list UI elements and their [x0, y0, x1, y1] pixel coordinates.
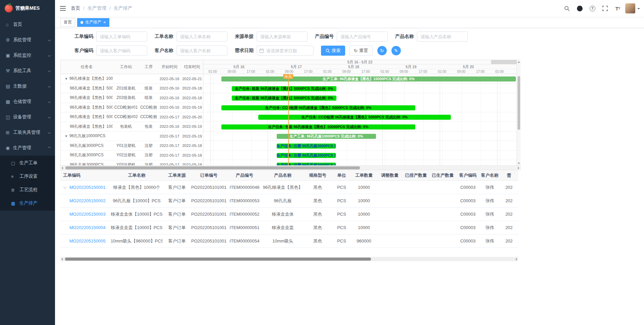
table-row[interactable]: MO202205150004移液盒盒盖【10000】PCS客户订单PO20220…	[60, 221, 518, 234]
gantt-task-row[interactable]: 96孔孔板3000PCSY02注塑机注塑2022-05-172022-05-18	[61, 151, 203, 160]
table-row[interactable]: MO202205150003移液盒盒体【10000】PCS客户订单PO20220…	[60, 208, 518, 221]
expand-chevron-icon[interactable]	[63, 185, 67, 188]
table-horizontal-scrollbar[interactable]	[60, 257, 518, 261]
close-icon[interactable]: ×	[103, 20, 106, 24]
search-icon[interactable]	[561, 3, 572, 14]
table-column-header[interactable]: 客户编码	[456, 172, 480, 178]
table-column-header[interactable]: 工单数量	[351, 172, 377, 178]
github-icon[interactable]	[574, 3, 585, 14]
table-column-header[interactable]: 订单编号	[191, 172, 226, 178]
scroll-down-arrow-icon[interactable]	[518, 163, 520, 164]
scroll-right-arrow-icon[interactable]	[516, 258, 517, 261]
customer-code-input[interactable]	[96, 46, 147, 56]
search-button[interactable]: 搜索	[321, 46, 345, 56]
table-column-header[interactable]: 工单名称	[111, 172, 163, 178]
table-row[interactable]: MO20220515000296孔孔板【10000】PCS客户订单PO20220…	[60, 194, 518, 208]
scroll-left-arrow-icon[interactable]	[62, 167, 63, 169]
sidebar-item-master-data[interactable]: ▤主数据	[0, 78, 55, 94]
breadcrumb-home[interactable]: 首页	[71, 5, 80, 11]
sidebar-item-production-management[interactable]: ◉生产管理	[0, 140, 55, 156]
table-cell: PCS	[332, 212, 351, 217]
avatar[interactable]	[625, 3, 635, 13]
table-column-header[interactable]: 调整数量	[377, 172, 402, 178]
demand-date-input[interactable]	[257, 46, 314, 56]
gantt-task-bar[interactable]: 生产任务: 组装 96孔移液盒【黑色】5000PCS 完成比例: 0%	[232, 86, 336, 91]
sidebar-item-system-management[interactable]: ⚙系统管理	[0, 32, 55, 48]
table-column-header[interactable]: 单位	[332, 172, 351, 178]
gantt-horizontal-scrollbar[interactable]	[61, 165, 520, 170]
sidebar-item-production-workorder[interactable]: ▢生产工单	[0, 156, 55, 170]
product-code-input[interactable]	[337, 32, 388, 42]
sidebar-item-home[interactable]: ⌂首页	[0, 17, 55, 32]
scrollbar-thumb[interactable]	[518, 76, 520, 130]
sidebar-item-system-monitor[interactable]: ▣系统监控	[0, 48, 55, 63]
gantt-task-row[interactable]: 96孔孔板3000PCSY03注塑机注塑2022-05-172022-05-18	[61, 160, 203, 166]
sidebar-item-production-scheduling[interactable]: ▦生产排产	[0, 197, 55, 210]
gantt-task-row[interactable]: ▼96孔孔板10000PCS2022-05-172022-05-19	[61, 131, 203, 141]
table-column-header[interactable]: 已生产数量	[429, 172, 456, 178]
workorder-link[interactable]: MO202205150002	[69, 198, 106, 203]
gantt-vertical-scrollbar[interactable]	[517, 60, 521, 165]
hamburger-icon[interactable]	[55, 6, 71, 11]
gantt-task-bar[interactable]: 生产任务: 注塑 96孔孔板3000PCS 完成比例: 0%	[277, 144, 336, 149]
scroll-left-arrow-icon[interactable]	[61, 258, 63, 261]
caret-down-icon[interactable]	[637, 8, 640, 11]
gantt-task-bar[interactable]: 生产任务: 包装 96孔移液盒【黑色】10000PCS 完成比例: 0%	[221, 124, 415, 129]
table-column-header[interactable]: 客户名称	[480, 172, 500, 178]
table-column-header[interactable]: 需	[500, 172, 518, 178]
gantt-task-bar[interactable]: 生产任务: 注塑 96孔孔板3000PCS 完成比例: 0%	[277, 153, 336, 158]
table-row[interactable]: MO20220515000510mm吸头【960000】PCS客户订单PO202…	[60, 234, 518, 248]
tab-home[interactable]: 首页	[60, 18, 75, 27]
sidebar-item-process-settings[interactable]: ≡工序设置	[0, 170, 55, 183]
gantt-task-bar[interactable]: 生产任务: 注塑 96孔孔板3000PCS 完成比例: 0%	[277, 163, 336, 166]
collapse-triangle-icon[interactable]: ▼	[65, 134, 68, 138]
table-column-header[interactable]: 产品名称	[263, 172, 303, 178]
gantt-task-bar[interactable]: 生产任务: CCD检测 96孔移液盒【黑色】5000PCS 完成比例: 0%	[258, 115, 451, 120]
gantt-task-row[interactable]: 96孔孔板3000PCSY01注塑机注塑2022-05-172022-05-18	[61, 141, 203, 151]
workorder-code-input[interactable]	[96, 32, 147, 42]
fullscreen-icon[interactable]	[600, 3, 610, 14]
table-column-header[interactable]: 工单编码	[60, 172, 111, 178]
gantt-task-row[interactable]: 96孔移液盒【黑色】5000PCSCCD检测#01CCD检测2022-05-16…	[61, 103, 203, 113]
table-row[interactable]: MO202205150001移液盒【黑色】10000个客户订单PO2022051…	[60, 181, 518, 194]
gantt-task-row[interactable]: 96孔移液盒【黑色】5000PCSCCD检测#02CCD检测2022-05-17…	[61, 112, 203, 122]
gantt-workorder-bar[interactable]: 生产工单: 96孔孔板10000PCS 完成比例: 0%	[277, 134, 376, 139]
table-column-header[interactable]: 产品编号	[226, 172, 263, 178]
workorder-link[interactable]: MO202205150005	[69, 238, 106, 243]
sidebar-item-system-tools[interactable]: ⚒系统工具	[0, 63, 55, 78]
font-size-icon[interactable]: TT	[612, 3, 623, 14]
sidebar-item-process-flow[interactable]: ≣工艺流程	[0, 183, 55, 197]
scroll-right-arrow-icon[interactable]	[518, 167, 519, 169]
product-name-input[interactable]	[417, 32, 468, 42]
scroll-up-arrow-icon[interactable]	[518, 61, 520, 63]
table-column-header[interactable]: 规格型号	[303, 172, 332, 178]
gantt-task-bar[interactable]: 生产任务: 组装 96孔移液盒【黑色】5000PCS 完成比例: 0%	[232, 96, 336, 101]
filter-demand-date: 需求日期	[235, 46, 314, 56]
workorder-link[interactable]: MO202205150004	[69, 225, 106, 230]
collapse-triangle-icon[interactable]: ▼	[65, 77, 68, 80]
scrollbar-thumb[interactable]	[65, 166, 360, 169]
reset-button[interactable]: ↻ 重置	[349, 46, 373, 56]
table-column-header[interactable]: 工单来源	[163, 172, 191, 178]
scrollbar-thumb[interactable]	[65, 258, 371, 261]
gantt-task-row[interactable]: ▼96孔移液盒【黑色】10000PCS2022-05-162022-05-21	[61, 74, 203, 84]
source-doc-input[interactable]	[257, 32, 308, 42]
gantt-workorder-bar[interactable]: 生产工单: 96孔移液盒【黑色】10000PCS 完成比例: 0%	[221, 76, 516, 82]
gantt-task-bar[interactable]: 生产任务: CCD检测 96孔移液盒【黑色】5000PCS 完成比例: 0%	[221, 105, 415, 110]
sidebar-item-fixture-management[interactable]: ⊞工装夹具管理	[0, 125, 55, 140]
breadcrumb-production-management[interactable]: 生产管理	[88, 5, 106, 11]
workorder-link[interactable]: MO202205150003	[69, 212, 106, 217]
refresh-round-button[interactable]: ↻	[377, 46, 387, 55]
sidebar-item-equipment-management[interactable]: ◫设备管理	[0, 109, 55, 125]
edit-round-button[interactable]: ✎	[391, 46, 401, 55]
gantt-task-row[interactable]: 96孔移液盒【黑色】5000PCSZ01组装机组装2022-05-162022-…	[61, 84, 203, 94]
help-icon[interactable]: ?	[587, 3, 598, 14]
workorder-link[interactable]: MO202205150001	[69, 185, 106, 190]
gantt-task-row[interactable]: 96孔移液盒【黑色】10000PCS包装机包装2022-05-162022-05…	[61, 122, 203, 132]
gantt-task-row[interactable]: 96孔移液盒【黑色】5000PCSZ02组装机组装2022-05-162022-…	[61, 93, 203, 103]
workorder-name-input[interactable]	[176, 32, 227, 42]
table-column-header[interactable]: 已排产数量	[402, 172, 429, 178]
tab-production-scheduling[interactable]: 生产排产 ×	[77, 18, 109, 27]
sidebar-item-warehouse-management[interactable]: ▦仓储管理	[0, 94, 55, 109]
customer-name-input[interactable]	[176, 46, 227, 56]
